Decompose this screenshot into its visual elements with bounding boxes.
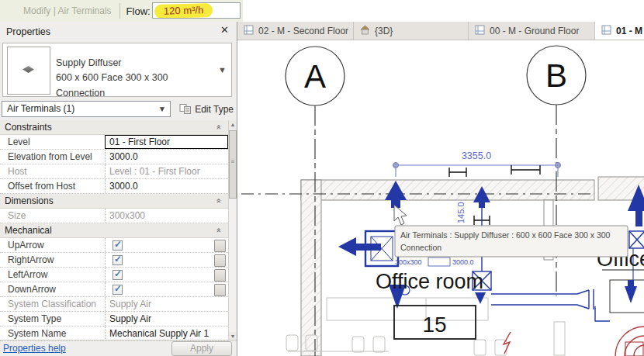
air-handling-box[interactable] (610, 280, 644, 313)
property-row-leftarrow: LeftArrow✓ (0, 268, 228, 282)
filter-row: Air Terminals (1) ▼ Edit Type (0, 99, 237, 119)
property-value-elevation-from-level[interactable]: 3000.0 (105, 150, 228, 164)
grid-bubble-b[interactable]: B (527, 46, 586, 105)
properties-title: Properties (0, 26, 50, 37)
type-description: Supply Diffuser 600 x 600 Face 300 x 300… (56, 56, 211, 101)
property-label: Dimensions (0, 195, 105, 206)
collapse-chevron-icon[interactable]: » (213, 228, 223, 233)
view-tab-02-m-second-floor[interactable]: 02 - M - Second Floor (237, 22, 354, 40)
scrollbar-thumb[interactable]: ≡ (229, 130, 237, 199)
checkbox-leftarrow[interactable]: ✓ (113, 270, 123, 280)
element-filter-combo[interactable]: Air Terminals (1) ▼ (2, 101, 171, 117)
property-value-system-classification: Supply Air (105, 297, 228, 311)
property-row-downarrow: DownArrow✓ (0, 282, 228, 297)
property-value-level[interactable]: 01 - First Floor (105, 135, 228, 149)
modify-breadcrumb: Modify | Air Terminals (0, 5, 112, 16)
edit-type-icon (179, 103, 192, 115)
scroll-up-icon[interactable]: ▲ (229, 120, 237, 130)
view-tab-3d[interactable]: {3D} (354, 22, 469, 40)
property-row-uparrow: UpArrow✓ (0, 238, 228, 253)
property-label: Elevation from Level (0, 151, 105, 162)
room-number-label: 15 (422, 313, 446, 337)
dimension-3355[interactable]: 3355.0 (393, 150, 561, 177)
property-value-offset-from-host[interactable]: 3000.0 (105, 179, 228, 193)
chevron-down-icon[interactable]: ▼ (218, 65, 227, 74)
plan-canvas[interactable]: A B 3355.0 (237, 40, 644, 356)
floor-plan-icon-wrap (244, 25, 254, 37)
view-tab-00-m-ground-floor[interactable]: 00 - M - Ground Floor (469, 22, 595, 40)
property-label: Level (0, 137, 105, 147)
type-preview-image (7, 47, 50, 95)
supply-duct[interactable] (491, 289, 610, 321)
collapse-chevron-icon[interactable]: » (213, 199, 223, 203)
associate-parameter-button[interactable] (214, 284, 226, 296)
property-label: System Name (0, 328, 105, 339)
floor-plan-icon-wrap (601, 25, 611, 37)
revit-window: Modify | Air Terminals Flow: 120 m³/h Pr… (0, 0, 644, 356)
edit-type-label: Edit Type (195, 104, 234, 115)
edit-type-button[interactable]: Edit Type (179, 100, 234, 118)
ribbon-spacer (243, 0, 644, 22)
duct-offset-tag: 3000.0 (452, 258, 474, 266)
floor-plan-icon (601, 25, 611, 35)
3d-view-icon (360, 25, 370, 35)
floor-plan-icon (475, 25, 485, 35)
property-grid: Constraints»Level01 - First FloorElevati… (0, 120, 228, 341)
checkbox-downarrow[interactable]: ✓ (113, 285, 123, 295)
floor-plan-icon-wrap (475, 25, 485, 37)
type-selector[interactable]: Supply Diffuser 600 x 600 Face 300 x 300… (2, 43, 232, 97)
property-row-rightarrow: RightArrow✓ (0, 253, 228, 268)
property-label: Constraints (0, 122, 105, 133)
element-tooltip: Air Terminals : Supply Diffuser : 600 x … (395, 226, 628, 257)
collapse-chevron-icon[interactable]: » (213, 125, 223, 130)
section-header-mechanical[interactable]: Mechanical» (0, 223, 228, 238)
property-row-system-classification: System ClassificationSupply Air (0, 297, 228, 312)
property-value-cell[interactable]: ✓ (105, 282, 228, 296)
section-header-dimensions[interactable]: Dimensions» (0, 194, 228, 209)
property-row-system-type: System TypeSupply Air (0, 312, 228, 327)
property-value-host: Level : 01 - First Floor (105, 164, 228, 178)
properties-scrollbar[interactable]: ▲ ≡ ▼ (228, 120, 237, 341)
apply-button[interactable]: Apply (171, 341, 232, 356)
property-label: System Classification (0, 299, 105, 309)
property-value-cell[interactable]: ✓ (105, 238, 228, 252)
type-name: 600 x 600 Face 300 x 300 Connection (56, 71, 211, 101)
properties-help-link[interactable]: Properties help (3, 343, 66, 354)
property-label: Size (0, 210, 105, 221)
property-value-system-type[interactable]: Supply Air (105, 312, 228, 326)
vertical-dimension-value: 145.0 (456, 202, 466, 223)
property-label: RightArrow (0, 254, 105, 265)
view-tab-label: 02 - M - Second Floor (258, 26, 348, 36)
view-tab-label: 00 - M - Ground Floor (490, 26, 579, 36)
properties-palette: Properties ✕ Supply Diffuser 600 x 600 F… (0, 22, 237, 356)
separator (119, 3, 120, 19)
property-value-system-name[interactable]: Mechanical Supply Air 1 (105, 327, 228, 340)
grid-label-b: B (545, 57, 567, 94)
property-value-cell[interactable]: ✓ (105, 253, 228, 267)
dimension-value: 3355.0 (462, 150, 491, 161)
close-icon[interactable]: ✕ (220, 24, 229, 36)
tooltip-line-2: Connection (400, 243, 441, 252)
tooltip-line-1: Air Terminals : Supply Diffuser : 600 x … (400, 230, 611, 240)
property-row-size: Size300x300 (0, 209, 228, 223)
property-label: Host (0, 166, 105, 177)
property-value-cell[interactable]: ✓ (105, 268, 228, 282)
filter-value: Air Terminals (1) (7, 103, 74, 114)
3d-view-icon-wrap (360, 25, 370, 37)
associate-parameter-button[interactable] (214, 254, 226, 267)
view-tab-01-m[interactable]: 01 - M (595, 22, 644, 40)
grid-label-a: A (304, 58, 326, 95)
flow-value-highlighted: 120 m³/h (154, 3, 213, 19)
associate-parameter-button[interactable] (214, 240, 226, 252)
flow-input[interactable]: 120 m³/h (152, 2, 241, 19)
grid-bubble-a[interactable]: A (286, 47, 345, 105)
checkbox-uparrow[interactable]: ✓ (113, 240, 123, 251)
property-label: Offset from Host (0, 181, 105, 192)
duct-size-tag: 300x300 (395, 258, 422, 266)
property-row-host: HostLevel : 01 - First Floor (0, 164, 228, 179)
property-label: DownArrow (0, 284, 105, 295)
walls[interactable] (301, 177, 644, 356)
associate-parameter-button[interactable] (214, 269, 226, 282)
section-header-constraints[interactable]: Constraints» (0, 120, 228, 135)
checkbox-rightarrow[interactable]: ✓ (113, 255, 123, 265)
